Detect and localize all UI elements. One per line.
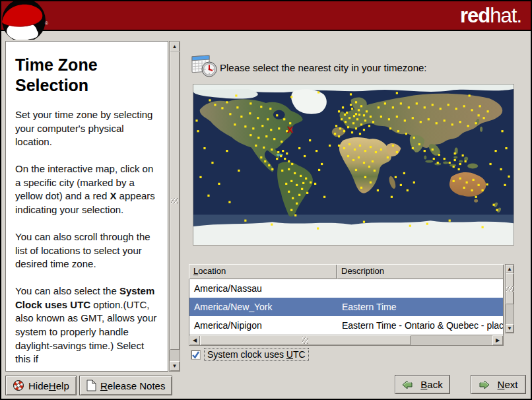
redhat-shadowman-logo: ® <box>1 1 50 40</box>
utc-checkbox-label[interactable]: System clock uses UTC <box>204 348 309 361</box>
prompt-text: Please select the nearest city in your t… <box>220 62 427 73</box>
help-panel: Time Zone Selection Set your time zone b… <box>5 41 168 372</box>
help-scrollbar[interactable]: ▲ ▼ <box>169 41 180 372</box>
help-paragraph: You can also select the System Clock use… <box>15 284 160 366</box>
wordmark-red: red <box>460 4 490 27</box>
table-row[interactable]: America/NipigonEastern Time - Ontario & … <box>189 316 503 335</box>
thumb-grip <box>302 337 308 344</box>
cell-location: America/New_York <box>189 298 337 316</box>
thumb-grip <box>171 198 178 204</box>
help-paragraph: Set your time zone by selecting your com… <box>15 108 160 149</box>
page-title: Time Zone Selection <box>15 55 160 95</box>
table-row[interactable]: America/New_YorkEastern Time <box>189 298 503 316</box>
installer-window: redhat. ® Time Zone Selection Set your t… <box>0 0 532 400</box>
timezone-table: Location Description America/NassauAmeri… <box>189 264 504 335</box>
cell-location: America/Nassau <box>189 279 337 298</box>
release-notes-button[interactable]: Release Notes <box>79 376 172 395</box>
thumb-grip <box>506 286 514 292</box>
header-bar: redhat. <box>1 1 531 31</box>
scroll-up-icon[interactable]: ▲ <box>506 265 514 273</box>
help-lifesaver-icon <box>13 380 24 391</box>
scroll-down-icon[interactable]: ▼ <box>170 361 180 371</box>
selected-city-marker: X <box>287 125 293 135</box>
scroll-down-icon[interactable]: ▼ <box>506 324 514 333</box>
redhat-wordmark: redhat. <box>460 4 521 28</box>
help-paragraph: On the interactive map, click on a speci… <box>15 162 160 217</box>
hide-help-button[interactable]: Hide Help <box>5 376 77 395</box>
scroll-right-icon[interactable]: ▶ <box>492 335 503 345</box>
table-vscroll-thumb[interactable] <box>506 273 514 304</box>
back-button[interactable]: Back <box>395 375 450 394</box>
help-scrollbar-thumb[interactable] <box>170 51 180 350</box>
next-arrow-icon <box>479 380 490 389</box>
back-arrow-icon <box>402 380 413 389</box>
help-paragraph: You can also scroll through the list of … <box>15 230 160 271</box>
svg-text:®: ® <box>45 21 49 26</box>
scroll-up-icon[interactable]: ▲ <box>170 42 180 51</box>
svg-text:X: X <box>287 125 293 135</box>
timezone-table-body: America/NassauAmerica/New_YorkEastern Ti… <box>189 279 504 335</box>
scroll-left-icon[interactable]: ◀ <box>189 335 200 345</box>
wordmark-hat: hat. <box>490 4 521 27</box>
world-map[interactable]: X <box>193 84 514 246</box>
timezone-clock-icon <box>190 51 218 78</box>
help-paragraphs: Set your time zone by selecting your com… <box>15 108 160 366</box>
utc-checkbox[interactable] <box>191 350 201 360</box>
next-button[interactable]: Next <box>471 375 526 394</box>
cell-location: America/Nipigon <box>189 316 337 335</box>
table-row[interactable]: America/Nassau <box>189 279 503 298</box>
table-header: Location Description <box>189 264 504 279</box>
table-horizontal-scrollbar[interactable]: ◀ ▶ <box>189 335 504 346</box>
column-header-description[interactable]: Description <box>337 264 504 279</box>
cell-description <box>337 279 503 298</box>
document-icon <box>86 380 96 391</box>
check-icon <box>191 350 200 359</box>
cell-description: Eastern Time - Ontario & Quebec - places… <box>337 316 503 335</box>
column-header-location[interactable]: Location <box>189 264 337 279</box>
cell-description: Eastern Time <box>337 298 503 316</box>
table-hscroll-thumb[interactable] <box>200 335 411 345</box>
table-vertical-scrollbar[interactable]: ▲ ▼ <box>505 264 514 333</box>
utc-option-row: System clock uses UTC <box>191 348 309 361</box>
